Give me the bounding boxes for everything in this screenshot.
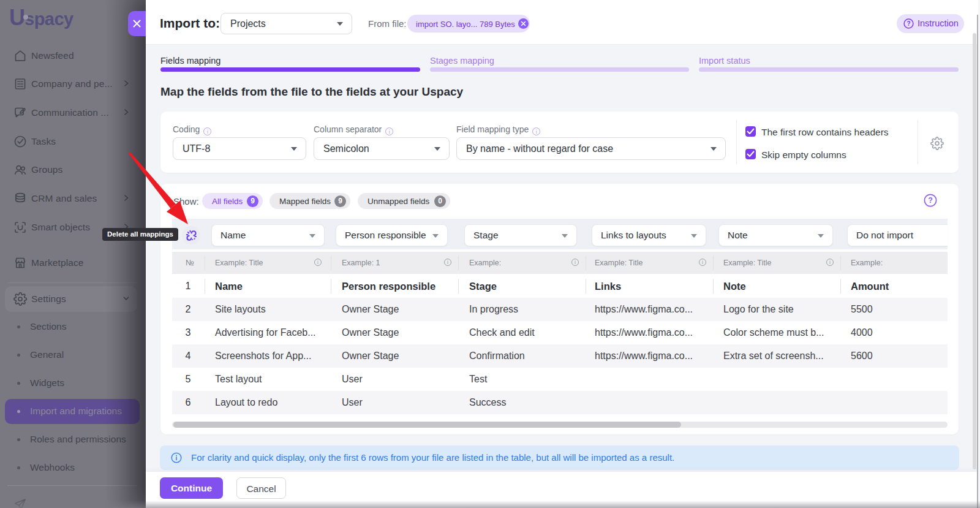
svg-text:?: ? [907,20,910,27]
svg-text:?: ? [928,196,933,205]
